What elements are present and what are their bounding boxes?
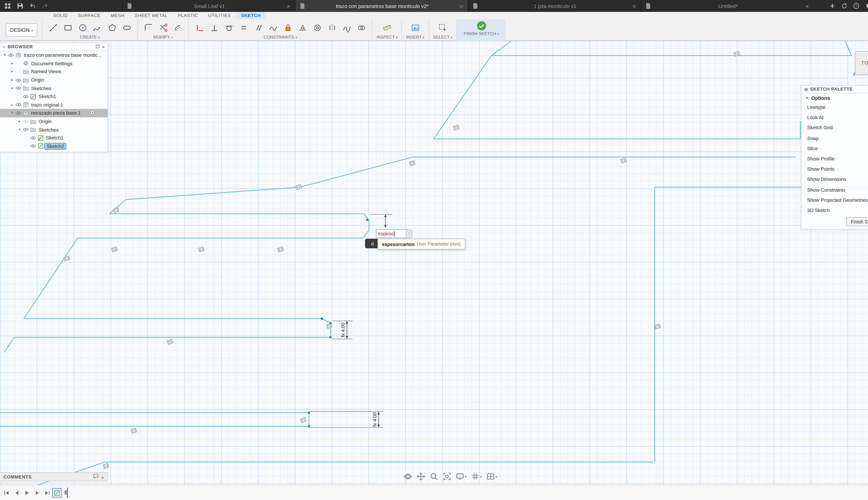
document-tab[interactable]: 1 pza monticulo v1× — [468, 0, 641, 12]
tool-smooth[interactable] — [266, 21, 279, 34]
timeline-position-marker[interactable] — [64, 487, 69, 500]
parameter-autocomplete-item[interactable]: espesorcarton User Parameter (mm) — [378, 239, 465, 249]
tool-perpendicular[interactable] — [207, 21, 220, 34]
close-icon[interactable]: × — [805, 3, 809, 9]
finish-sketch-button[interactable]: FINISH SKETCH ▾ — [456, 19, 506, 41]
tool-midpoint[interactable] — [296, 21, 309, 34]
tool-curvature[interactable] — [340, 21, 353, 34]
tool-slot[interactable] — [120, 21, 133, 34]
tool-lock[interactable] — [281, 21, 294, 34]
dimension-input-handle[interactable]: ⋮ — [406, 229, 412, 238]
panel-dock-icon[interactable] — [95, 44, 100, 50]
ribbon-tab-sketch[interactable]: SKETCH — [236, 12, 266, 19]
browser-item-origin[interactable]: ▸Origin — [0, 117, 107, 126]
nav-gridicon-button[interactable]: ▾ — [470, 472, 483, 481]
close-icon[interactable]: × — [287, 3, 290, 9]
undo-icon[interactable] — [30, 3, 36, 9]
sketch-canvas[interactable]: fx 4.00fx 4.00 — [0, 41, 868, 500]
tool-rect2[interactable] — [61, 21, 74, 34]
ribbon-tab-utilities[interactable]: UTILITIES — [203, 12, 236, 19]
document-tab[interactable]: Untitled*× — [641, 0, 813, 12]
tool-symmetry[interactable] — [325, 21, 338, 34]
chevron-right-icon[interactable]: ▸ — [103, 44, 105, 49]
comment-bubble-icon[interactable] — [93, 474, 99, 480]
browser-item-sketch1[interactable]: Sketch1 — [0, 134, 107, 142]
browser-item-sketches[interactable]: ▾Sketches — [0, 126, 107, 134]
tool-select[interactable] — [436, 21, 449, 34]
close-icon[interactable]: × — [632, 3, 636, 9]
browser-item-sketch1[interactable]: Sketch1 — [0, 92, 107, 101]
group-label[interactable]: SELECT ▾ — [433, 35, 453, 39]
finish-sketch-palette-button[interactable]: Finish Sketch — [846, 217, 868, 226]
tool-coincident[interactable] — [355, 21, 368, 34]
timeline-skipend-button[interactable] — [43, 489, 51, 497]
activate-component-radio[interactable] — [90, 110, 95, 116]
document-tab[interactable]: trazo con parametros base monticulo v2*× — [295, 0, 468, 12]
nav-display-button[interactable]: ▾ — [455, 472, 468, 481]
timeline-stepback-button[interactable] — [12, 489, 21, 497]
eye-icon[interactable] — [15, 85, 22, 91]
tree-expand-arrow[interactable]: ▸ — [10, 103, 15, 107]
eye-icon[interactable] — [30, 135, 36, 141]
ribbon-tab-mesh[interactable]: MESH — [106, 12, 130, 19]
tool-tangent[interactable] — [222, 21, 235, 34]
nav-pan-button[interactable] — [415, 472, 426, 481]
tool-equal[interactable] — [237, 21, 250, 34]
tree-expand-arrow[interactable]: ▾ — [10, 111, 15, 115]
tree-expand-arrow[interactable]: ▸ — [10, 78, 15, 82]
tree-expand-arrow[interactable]: ▾ — [10, 86, 15, 90]
ribbon-tab-plastic[interactable]: PLASTIC — [173, 12, 203, 19]
browser-item-named-views[interactable]: ▸Named Views — [0, 68, 107, 76]
group-label[interactable]: INSPECT ▾ — [376, 35, 398, 39]
viewcube[interactable]: TOP — [855, 51, 868, 75]
browser-item-sketches[interactable]: ▾Sketches — [0, 84, 107, 92]
timeline-skipstart-button[interactable] — [2, 489, 10, 497]
apps-icon[interactable] — [4, 3, 11, 9]
tool-offset[interactable] — [171, 21, 184, 34]
nav-viewports-button[interactable]: ▾ — [485, 472, 498, 481]
tree-expand-arrow[interactable]: ▾ — [17, 127, 22, 132]
browser-item-trazo-original-1[interactable]: ▸trazo original:1 — [0, 101, 107, 109]
sketch-geometry[interactable]: fx 4.00fx 4.00 — [0, 41, 868, 500]
tree-expand-arrow[interactable]: ▸ — [10, 61, 15, 66]
ribbon-tab-sheet-metal[interactable]: SHEET METAL — [130, 12, 173, 19]
save-icon[interactable] — [17, 3, 23, 9]
eye-icon[interactable] — [15, 110, 22, 116]
document-tab[interactable]: Small Leaf v1× — [122, 0, 295, 12]
browser-item-sketch2[interactable]: Sketch2 — [0, 142, 107, 150]
browser-item-document-settings[interactable]: ▸Document Settings — [0, 59, 107, 68]
tool-line[interactable] — [47, 21, 59, 34]
tool-polygon[interactable] — [105, 21, 118, 34]
sync-icon[interactable] — [841, 3, 847, 9]
tool-image[interactable] — [409, 21, 422, 34]
tool-parallel[interactable] — [252, 21, 265, 34]
palette-options-section[interactable]: ▾ Options — [801, 93, 868, 102]
eye-icon[interactable] — [30, 143, 36, 149]
bell-icon[interactable] — [865, 3, 868, 9]
nav-zoom-button[interactable] — [429, 472, 439, 481]
redo-icon[interactable] — [42, 3, 48, 9]
tool-fillet[interactable] — [142, 21, 155, 34]
eye-icon[interactable] — [15, 102, 22, 108]
browser-item-retrazado-pieza-base-1[interactable]: ▾retrazado pieza base:1 — [0, 109, 107, 117]
linetype1-icon[interactable] — [867, 103, 868, 111]
group-label[interactable]: MODIFY ▾ — [153, 35, 173, 39]
group-label[interactable]: CREATE ▾ — [80, 35, 100, 39]
eye-icon[interactable] — [23, 93, 29, 100]
timeline-play-button[interactable] — [23, 489, 31, 497]
timeline-sketch-feature[interactable] — [52, 488, 62, 498]
eye-icon[interactable] — [23, 127, 29, 133]
nav-fit-button[interactable] — [442, 472, 453, 481]
group-label[interactable]: INSERT ▾ — [406, 35, 425, 39]
tree-expand-arrow[interactable]: ▸ — [17, 119, 22, 124]
tool-horizvert[interactable] — [193, 21, 206, 34]
workspace-switcher-button[interactable]: DESIGN ▾ — [6, 23, 37, 37]
help-icon[interactable]: ? — [853, 3, 859, 9]
tool-measure[interactable] — [380, 21, 393, 34]
tool-concentric[interactable] — [311, 21, 323, 34]
nav-orbit-button[interactable] — [402, 472, 413, 481]
tree-expand-arrow[interactable]: ▾ — [2, 53, 7, 57]
comments-bar[interactable]: COMMENTS ▴ — [0, 472, 107, 481]
eye-icon[interactable] — [8, 52, 14, 58]
collapse-panel-icon[interactable]: « — [3, 44, 5, 49]
